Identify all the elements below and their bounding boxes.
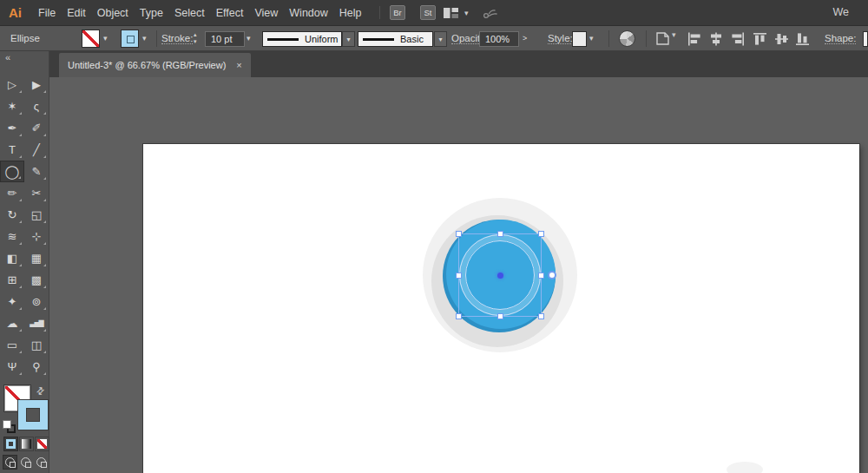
opacity-value[interactable]: 100%	[479, 31, 519, 47]
handle-top-right[interactable]	[538, 231, 544, 237]
symbol-sprayer-tool[interactable]: ☁	[0, 312, 24, 334]
column-graph-tool-icon: ▃▅▇	[30, 320, 43, 327]
stroke-swatch[interactable]	[17, 399, 49, 430]
canvas-pasteboard[interactable]	[49, 77, 868, 473]
handle-bottom-center[interactable]	[497, 313, 503, 319]
handle-middle-right[interactable]	[538, 273, 544, 279]
stroke-color-swatch[interactable]	[121, 30, 139, 48]
align-horizontal-right-icon[interactable]	[729, 32, 745, 46]
artboard-tool[interactable]: ▭	[0, 334, 24, 356]
bridge-button[interactable]: Br	[390, 5, 405, 20]
share-icon[interactable]	[481, 6, 498, 23]
selection-tool-icon: ▷	[8, 79, 16, 90]
variable-width-profile-dropdown[interactable]: Uniform	[262, 31, 342, 47]
workspace-label-partial[interactable]: We	[832, 6, 849, 18]
swap-fill-stroke-icon[interactable]: ⇄	[34, 384, 48, 398]
stroke-weight-label[interactable]: Stroke:	[161, 33, 193, 44]
tools-panel-collapse[interactable]: «	[0, 51, 49, 64]
rotate-tool[interactable]: ↻	[0, 204, 24, 226]
stroke-weight-value[interactable]: 10 pt	[205, 31, 245, 47]
arrange-documents-dropdown[interactable]: ▾	[444, 8, 469, 18]
menu-object[interactable]: Object	[97, 7, 128, 19]
none-button[interactable]	[35, 437, 49, 451]
menu-window[interactable]: Window	[289, 7, 327, 19]
menu-view[interactable]: View	[254, 7, 278, 19]
ellipse-tool[interactable]: ◯	[0, 161, 24, 182]
main-menu: File Edit Object Type Select Effect View…	[38, 7, 362, 19]
gradient-tool[interactable]: ▩	[24, 269, 49, 291]
transform-chevron-icon: ▾	[672, 31, 676, 39]
handle-top-left[interactable]	[456, 231, 462, 237]
menu-type[interactable]: Type	[140, 7, 163, 19]
brush-definition-dropdown[interactable]: Basic	[358, 31, 433, 47]
align-vertical-top-icon[interactable]	[753, 32, 768, 46]
pen-tool[interactable]: ✒	[0, 117, 24, 139]
style-label[interactable]: Style:	[548, 33, 573, 44]
scissors-tool[interactable]: ✂	[24, 182, 49, 204]
type-tool[interactable]: T	[0, 139, 24, 161]
puppet-warp-tool[interactable]: ⊹	[24, 226, 49, 247]
fill-dropdown-chevron-icon[interactable]: ▾	[103, 34, 108, 43]
menu-select[interactable]: Select	[174, 7, 205, 19]
scale-tool[interactable]: ◱	[24, 204, 49, 226]
live-shape-widget[interactable]	[548, 271, 556, 279]
menu-effect[interactable]: Effect	[216, 7, 244, 19]
handle-bottom-left[interactable]	[456, 313, 462, 319]
mesh-tool[interactable]: ⊞	[0, 269, 24, 291]
width-tool[interactable]: ≋	[0, 226, 24, 247]
handle-bottom-right[interactable]	[538, 313, 544, 319]
stroke-weight-stepper[interactable]: ▴▾	[194, 31, 197, 45]
draw-inside-button[interactable]	[34, 455, 49, 470]
lasso-tool[interactable]: ς	[24, 95, 49, 117]
align-vertical-bottom-icon[interactable]	[795, 32, 811, 46]
blend-tool[interactable]: ⊚	[24, 291, 49, 312]
brush-chevron-icon[interactable]: ▾	[434, 31, 447, 47]
menu-edit[interactable]: Edit	[67, 7, 86, 19]
fill-color-swatch[interactable]	[82, 30, 100, 48]
graphic-style-swatch[interactable]	[572, 31, 587, 47]
selection-tool[interactable]: ▷	[0, 74, 24, 95]
line-segment-tool[interactable]: ╱	[24, 139, 49, 161]
direct-selection-tool[interactable]: ▶	[24, 74, 49, 95]
artboard[interactable]	[143, 144, 859, 473]
align-horizontal-center-icon[interactable]	[708, 32, 724, 46]
shape-builder-tool[interactable]: ◧	[0, 247, 24, 269]
opacity-more-chevron-icon[interactable]: >	[523, 34, 527, 43]
shape-label[interactable]: Shape:	[825, 33, 856, 44]
slice-tool[interactable]: ◫	[24, 334, 49, 356]
stroke-dropdown-chevron-icon[interactable]: ▾	[142, 34, 147, 43]
stock-button[interactable]: St	[420, 5, 436, 20]
draw-behind-button[interactable]	[18, 455, 33, 470]
gradient-button[interactable]	[19, 437, 34, 451]
recolor-artwork-icon[interactable]	[619, 30, 635, 47]
style-chevron-icon[interactable]: ▾	[589, 34, 594, 43]
transform-dropdown[interactable]: ▾	[655, 31, 676, 46]
menu-help[interactable]: Help	[339, 7, 362, 19]
align-vertical-center-icon[interactable]	[774, 32, 790, 46]
magic-wand-tool[interactable]: ✶	[0, 95, 24, 117]
pencil-tool[interactable]: ✏	[0, 182, 24, 204]
shape-swatch-partial[interactable]	[863, 31, 868, 47]
handle-middle-left[interactable]	[456, 273, 462, 279]
column-graph-tool[interactable]: ▃▅▇	[24, 312, 49, 334]
width-profile-chevron-icon[interactable]: ▾	[342, 31, 355, 47]
selection-center-point[interactable]	[497, 273, 503, 279]
gradient-tool-icon: ▩	[31, 274, 42, 286]
default-fill-stroke-icon[interactable]	[3, 420, 16, 434]
tools-grid: ▷▶✶ς✒✐T╱◯✎✏✂↻◱≋⊹◧▦⊞▩✦⊚☁▃▅▇▭◫Ψ⚲	[0, 74, 49, 378]
document-tab-title: Untitled-3* @ 66.67% (RGB/Preview)	[68, 60, 226, 70]
zoom-tool[interactable]: ⚲	[24, 356, 49, 378]
stroke-weight-chevron-icon[interactable]: ▾	[247, 34, 251, 43]
align-horizontal-left-icon[interactable]	[687, 32, 703, 46]
paintbrush-tool[interactable]: ✎	[24, 161, 49, 182]
hand-tool[interactable]: Ψ	[0, 356, 24, 378]
color-button[interactable]	[3, 437, 18, 451]
draw-normal-button[interactable]	[3, 455, 17, 470]
tab-close-icon[interactable]: ×	[236, 60, 241, 70]
handle-top-center[interactable]	[497, 231, 503, 237]
document-tab[interactable]: Untitled-3* @ 66.67% (RGB/Preview) ×	[59, 53, 251, 77]
perspective-grid-tool[interactable]: ▦	[24, 247, 49, 269]
menu-file[interactable]: File	[38, 7, 56, 19]
eyedropper-tool[interactable]: ✦	[0, 291, 24, 312]
curvature-tool[interactable]: ✐	[24, 117, 49, 139]
